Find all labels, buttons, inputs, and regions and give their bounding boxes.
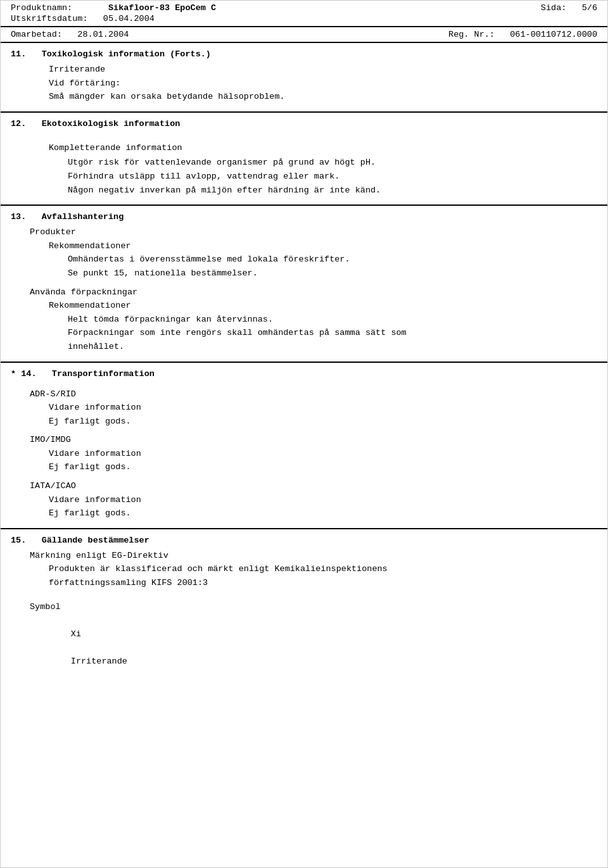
section-14-group3-label: IATA/ICAO xyxy=(30,479,597,493)
section-13-sub2-label: Använda förpackningar xyxy=(30,286,597,299)
section-15: 15. Gällande bestämmelser Märkning enlig… xyxy=(1,529,607,689)
section-11-content: Irriterande Vid förtäring: Små mängder k… xyxy=(11,63,597,104)
section-14-group1-block: Vidare information Ej farligt gods. xyxy=(30,401,597,428)
section-14-title: * 14. Transportinformation xyxy=(11,369,597,379)
section-11-line-2: Vid förtäring: xyxy=(49,77,597,91)
product-label: Produktnamn: xyxy=(11,3,72,13)
section-15-symbol-text: Irriterande xyxy=(71,657,127,666)
reg-number-line: Reg. Nr.: 061-00110712.0000 xyxy=(448,30,597,39)
section-15-sub1-label: Märkning enligt EG-Direktiv xyxy=(30,549,597,563)
section-12-line-3: Någon negativ inverkan på miljön efter h… xyxy=(68,184,597,198)
section-15-sub1: Märkning enligt EG-Direktiv Produkten är… xyxy=(11,549,597,590)
section-14-group2-block: Vidare information Ej farligt gods. xyxy=(30,447,597,474)
section-12-lines: Utgör risk för vattenlevande organismer … xyxy=(49,156,597,197)
section-13-sub2-block: Rekommendationer Helt tömda förpackninga… xyxy=(30,299,597,353)
section-13-sub1-label: Produkter xyxy=(30,225,597,239)
section-14-group-2: IMO/IMDG Vidare information Ej farligt g… xyxy=(11,433,597,474)
section-15-symbol-value: Xi xyxy=(71,629,81,639)
section-13-sub1-line-1: Omhändertas i överensstämmelse med lokal… xyxy=(68,253,597,267)
section-13-sub1-block: Rekommendationer Omhändertas i överensst… xyxy=(30,239,597,280)
section-14-group1-line: Ej farligt gods. xyxy=(49,415,597,429)
section-13-sub2: Använda förpackningar Rekommendationer H… xyxy=(11,286,597,354)
section-13-title: 13. Avfallshantering xyxy=(11,212,597,222)
section-14: * 14. Transportinformation ADR-S/RID Vid… xyxy=(1,363,607,529)
section-13-sub2-sub: Rekommendationer xyxy=(49,299,597,313)
section-12-sub-label: Kompletterande information Utgör risk fö… xyxy=(11,141,597,197)
sub-header: Omarbetad: 28.01.2004 Reg. Nr.: 061-0011… xyxy=(1,27,607,43)
product-name-line: Produktnamn: Sikafloor-83 EpoCem C xyxy=(11,3,216,13)
print-date-line: Utskriftsdatum: 05.04.2004 xyxy=(11,14,155,23)
page: Produktnamn: Sikafloor-83 EpoCem C Sida:… xyxy=(0,0,608,868)
section-15-symbol-label: Symbol xyxy=(30,600,597,614)
section-14-group3-block: Vidare information Ej farligt gods. xyxy=(30,493,597,520)
section-13-sub1-sub: Rekommendationer xyxy=(49,239,597,253)
section-13: 13. Avfallshantering Produkter Rekommend… xyxy=(1,206,607,362)
header: Produktnamn: Sikafloor-83 EpoCem C Sida:… xyxy=(1,1,607,27)
section-13-sub2-line-3: innehållet. xyxy=(68,340,597,354)
page-number: Sida: 5/6 xyxy=(541,3,597,13)
section-13-sub1-lines: Omhändertas i överensstämmelse med lokal… xyxy=(49,253,597,280)
section-11: 11. Toxikologisk information (Forts.) Ir… xyxy=(1,43,607,113)
section-15-symbol-row: Xi Irriterande xyxy=(30,613,597,682)
section-13-sub2-lines: Helt tömda förpackningar kan återvinnas.… xyxy=(49,313,597,354)
section-12-line-2: Förhindra utsläpp till avlopp, vattendra… xyxy=(68,170,597,184)
section-15-sub1-lines: Produkten är klassificerad och märkt enl… xyxy=(30,562,597,589)
section-15-symbol-block: Symbol Xi Irriterande xyxy=(11,600,597,682)
section-14-group1-sub: Vidare information xyxy=(49,401,597,415)
section-14-group3-sub: Vidare information xyxy=(49,493,597,507)
section-14-group2-line: Ej farligt gods. xyxy=(49,460,597,474)
section-14-group2-sub: Vidare information xyxy=(49,447,597,461)
section-11-title: 11. Toxikologisk information (Forts.) xyxy=(11,49,597,59)
section-14-group-3: IATA/ICAO Vidare information Ej farligt … xyxy=(11,479,597,520)
section-11-line-3: Små mängder kan orsaka betydande hälsopr… xyxy=(49,90,597,104)
section-15-sub1-line-2: författningssamling KIFS 2001:3 xyxy=(49,576,597,590)
section-14-group3-line: Ej farligt gods. xyxy=(49,506,597,520)
revised-line: Omarbetad: 28.01.2004 xyxy=(11,30,129,39)
section-11-line-1: Irriterande xyxy=(49,63,597,77)
section-15-sub1-line-1: Produkten är klassificerad och märkt enl… xyxy=(49,562,597,576)
section-15-title: 15. Gällande bestämmelser xyxy=(11,536,597,545)
section-13-sub1-line-2: Se punkt 15, nationella bestämmelser. xyxy=(68,267,597,280)
section-14-group2-label: IMO/IMDG xyxy=(30,433,597,447)
section-14-group1-label: ADR-S/RID xyxy=(30,387,597,401)
section-13-sub2-line-2: Förpackningar som inte rengörs skall omh… xyxy=(68,326,597,340)
product-name: Sikafloor-83 EpoCem C xyxy=(108,3,216,13)
section-12-line-1: Utgör risk för vattenlevande organismer … xyxy=(68,156,597,170)
section-13-sub2-line-1: Helt tömda förpackningar kan återvinnas. xyxy=(68,313,597,327)
section-14-group-1: ADR-S/RID Vidare information Ej farligt … xyxy=(11,387,597,429)
section-12: 12. Ekotoxikologisk information Komplett… xyxy=(1,113,607,206)
section-12-title: 12. Ekotoxikologisk information xyxy=(11,119,597,129)
section-13-sub1: Produkter Rekommendationer Omhändertas i… xyxy=(11,225,597,280)
